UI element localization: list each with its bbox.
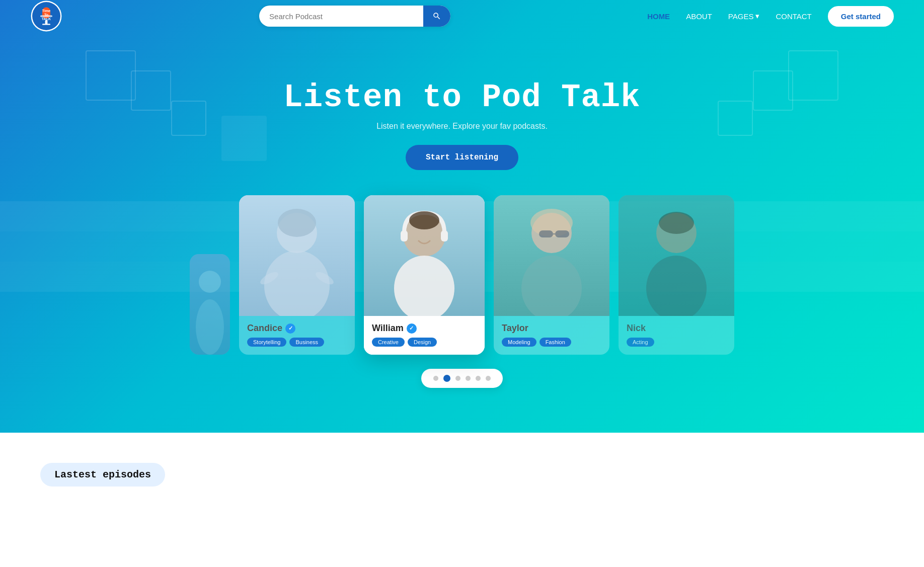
list-item[interactable]: Candice ✓ Storytelling Business (239, 195, 355, 355)
list-item (190, 254, 230, 355)
svg-rect-5 (42, 24, 50, 25)
hero-subtitle: Listen it everywhere. Explore your fav p… (376, 122, 548, 131)
dot-6[interactable] (486, 376, 491, 381)
card-tags: Modeling Fashion (502, 338, 601, 347)
person-silhouette (190, 254, 230, 355)
tag: Creative (372, 338, 405, 347)
card-name: Nick (627, 323, 726, 334)
nav-pages[interactable]: PAGES ▾ (728, 12, 760, 21)
card-info: Candice ✓ Storytelling Business (239, 316, 355, 355)
search-bar (259, 6, 450, 27)
dot-3[interactable] (455, 376, 460, 381)
episodes-badge: Lastest episodes (40, 463, 165, 487)
card-name: Candice ✓ (247, 323, 347, 334)
svg-text:TALK: TALK (42, 17, 51, 21)
william-illustration (364, 195, 485, 316)
card-tags: Storytelling Business (247, 338, 347, 347)
svg-point-10 (196, 299, 224, 355)
taylor-illustration (494, 195, 609, 316)
list-item[interactable]: Taylor Modeling Fashion (494, 195, 609, 355)
dot-1[interactable] (433, 376, 438, 381)
card-tags: Creative Design (372, 338, 477, 347)
dot-5[interactable] (476, 376, 481, 381)
tag: Fashion (540, 338, 571, 347)
candice-illustration (239, 195, 355, 316)
svg-rect-19 (401, 230, 408, 241)
svg-rect-28 (555, 230, 569, 237)
dot-4[interactable] (466, 376, 471, 381)
search-button[interactable] (423, 6, 450, 27)
svg-point-32 (659, 212, 694, 234)
tag: Modeling (502, 338, 536, 347)
dot-2[interactable] (443, 375, 450, 382)
carousel-dots (421, 369, 503, 388)
hero-title: Listen to Pod Talk (283, 79, 640, 116)
verified-badge: ✓ (407, 323, 417, 334)
logo[interactable]: Time To TALK (30, 0, 62, 32)
svg-point-21 (409, 211, 439, 229)
verified-badge: ✓ (285, 323, 295, 334)
search-input[interactable] (259, 6, 423, 27)
list-item[interactable]: William ✓ Creative Design (364, 195, 485, 355)
svg-rect-27 (539, 230, 553, 237)
svg-rect-20 (441, 230, 448, 241)
search-icon (432, 12, 441, 21)
tag: Business (289, 338, 324, 347)
svg-point-9 (199, 271, 221, 293)
tag: Design (408, 338, 437, 347)
podcaster-cards: Candice ✓ Storytelling Business (190, 195, 734, 355)
navigation: HOME ABOUT PAGES ▾ CONTACT Get started (647, 6, 894, 27)
list-item[interactable]: Nick Acting (619, 195, 734, 355)
card-name: William ✓ (372, 323, 477, 334)
nav-home[interactable]: HOME (647, 12, 670, 21)
nick-illustration (619, 195, 734, 316)
get-started-button[interactable]: Get started (828, 6, 894, 27)
svg-point-16 (278, 209, 316, 237)
start-listening-button[interactable]: Start listening (406, 145, 518, 170)
nav-contact[interactable]: CONTACT (776, 12, 811, 21)
card-tags: Acting (627, 338, 726, 347)
tag: Storytelling (247, 338, 286, 347)
nav-about[interactable]: ABOUT (686, 12, 712, 21)
card-info: William ✓ Creative Design (364, 316, 485, 355)
chevron-down-icon: ▾ (755, 12, 759, 21)
card-info: Taylor Modeling Fashion (494, 316, 609, 355)
episodes-section: Lastest episodes (0, 433, 924, 507)
tag: Acting (627, 338, 654, 347)
card-name: Taylor (502, 323, 601, 334)
logo-icon: Time To TALK (30, 0, 62, 32)
card-info: Nick Acting (619, 316, 734, 355)
